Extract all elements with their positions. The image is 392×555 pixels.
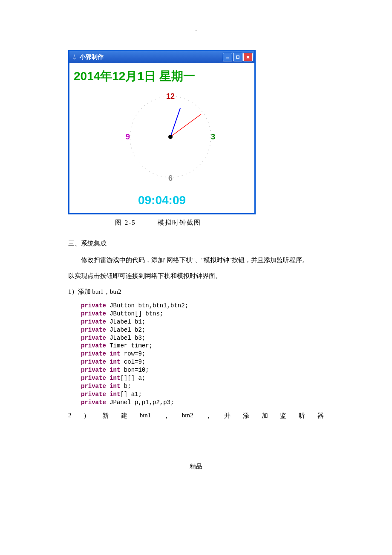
content: 小郭制作 2014年12月1日 星期一 — [68, 50, 324, 420]
digital-time: 09:04:09 — [74, 194, 250, 207]
minute-hand — [170, 108, 180, 137]
clock-num-3: 3 — [211, 133, 215, 141]
maximize-button[interactable] — [233, 53, 242, 61]
page: . 小郭制作 — [0, 0, 392, 479]
code-block: private JButton btn,btn1,btn2; private J… — [81, 302, 324, 407]
figure-caption: 图 2-5 模拟时钟截图 — [115, 219, 324, 227]
paragraph: 以实现点击按钮即可连接到网络下棋和模拟时钟界面。 — [68, 270, 324, 282]
clock-window: 小郭制作 2014年12月1日 星期一 — [68, 50, 256, 214]
window-titlebar: 小郭制作 — [69, 51, 254, 63]
second-hand — [170, 114, 201, 137]
window-buttons — [223, 53, 253, 61]
close-button[interactable] — [243, 53, 253, 61]
clock-face-svg: 12 3 6 9 — [77, 88, 247, 186]
footer: 精品 — [0, 437, 392, 479]
svg-rect-1 — [236, 56, 239, 58]
clock-num-6: 6 — [168, 174, 173, 182]
clock-hub — [168, 135, 173, 139]
step-1-label: 1）添加 btn1，btn2 — [68, 286, 324, 298]
analog-clock: 12 3 6 9 — [74, 88, 250, 186]
step-2-line: 2 ） 新 建 btn1 ， btn2 ， 并 添 加 监 听 器 — [68, 412, 324, 420]
minimize-button[interactable] — [223, 53, 232, 61]
section-heading-3: 三、系统集成 — [68, 240, 324, 248]
clock-body: 2014年12月1日 星期一 12 3 6 9 — [69, 63, 254, 213]
window-title: 小郭制作 — [80, 53, 223, 61]
paragraph: 修改扫雷游戏中的代码，添加"网络下棋"、"模拟时钟"按钮，并且添加监听程序。 — [68, 254, 324, 266]
clock-num-12: 12 — [166, 92, 175, 101]
java-icon — [71, 54, 78, 61]
clock-date: 2014年12月1日 星期一 — [74, 68, 250, 84]
header-dot: . — [0, 26, 392, 33]
clock-num-9: 9 — [126, 133, 130, 141]
